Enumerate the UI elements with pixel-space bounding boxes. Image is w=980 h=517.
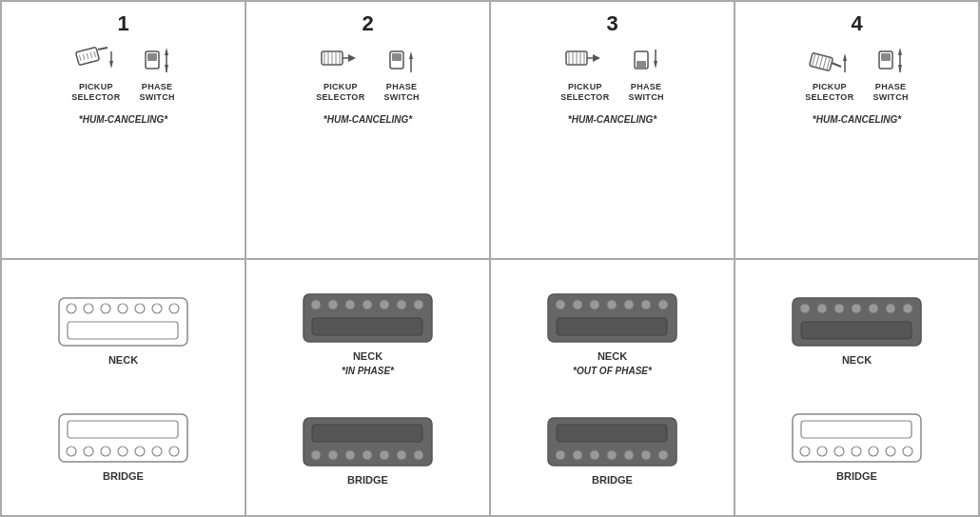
svg-rect-62 bbox=[68, 421, 178, 438]
svg-point-74 bbox=[363, 300, 372, 309]
svg-point-122 bbox=[886, 447, 895, 456]
svg-rect-116 bbox=[801, 421, 911, 438]
col-3-neck-phase: *OUT OF PHASE* bbox=[573, 366, 652, 376]
svg-marker-51 bbox=[898, 65, 902, 72]
cell-4-bottom: NECK BRIDGE bbox=[735, 259, 979, 517]
svg-point-107 bbox=[800, 304, 810, 313]
svg-point-54 bbox=[84, 304, 93, 313]
svg-point-72 bbox=[328, 300, 338, 309]
col-3-icons: PICKUPSELECTOR PHASESWITCH bbox=[560, 42, 664, 103]
svg-point-55 bbox=[101, 304, 110, 313]
svg-line-41 bbox=[815, 54, 819, 68]
svg-point-94 bbox=[641, 300, 651, 309]
svg-point-66 bbox=[118, 447, 127, 456]
cell-4-top: 4 PICKUPSELECTOR bbox=[735, 1, 979, 259]
col-4-bridge-wrapper: BRIDGE bbox=[788, 409, 926, 482]
col-3-pickup-label: PICKUPSELECTOR bbox=[560, 82, 609, 103]
col-2-neck-pickup bbox=[299, 289, 437, 347]
svg-point-99 bbox=[556, 450, 565, 460]
svg-point-57 bbox=[135, 304, 145, 313]
svg-point-76 bbox=[397, 300, 406, 309]
svg-rect-60 bbox=[68, 322, 178, 339]
col-3-neck-label: NECK bbox=[598, 350, 627, 362]
col-2-pickup-selector: PICKUPSELECTOR bbox=[316, 42, 364, 103]
col-2-number: 2 bbox=[362, 11, 373, 36]
svg-point-120 bbox=[852, 447, 861, 456]
col-3-phase-label: PHASESWITCH bbox=[628, 82, 663, 103]
svg-point-73 bbox=[345, 300, 355, 309]
svg-line-6 bbox=[94, 51, 96, 57]
col-4-hum: *HUM-CANCELING* bbox=[813, 114, 901, 125]
svg-point-110 bbox=[852, 304, 861, 313]
col-2-bridge-label: BRIDGE bbox=[347, 474, 388, 486]
col-3-neck-wrapper: NECK *OUT OF PHASE* bbox=[543, 289, 681, 376]
col-1-neck-wrapper: NECK bbox=[54, 293, 192, 366]
svg-point-113 bbox=[903, 304, 912, 313]
svg-marker-21 bbox=[348, 54, 356, 62]
svg-point-95 bbox=[658, 300, 668, 309]
pickup-selector-icon-3 bbox=[564, 42, 606, 78]
svg-rect-78 bbox=[312, 318, 422, 335]
col-4-pickup-label: PICKUPSELECTOR bbox=[805, 82, 853, 103]
svg-rect-96 bbox=[557, 318, 667, 335]
svg-line-2 bbox=[79, 55, 81, 61]
svg-rect-114 bbox=[801, 322, 911, 339]
col-1-hum: *HUM-CANCELING* bbox=[79, 114, 167, 125]
svg-point-67 bbox=[135, 447, 145, 456]
svg-point-108 bbox=[817, 304, 827, 313]
svg-point-101 bbox=[590, 450, 599, 460]
svg-line-42 bbox=[819, 55, 823, 69]
svg-point-109 bbox=[834, 304, 844, 313]
col-4-bridge-label: BRIDGE bbox=[836, 470, 877, 482]
col-3-bridge-wrapper: BRIDGE bbox=[543, 413, 681, 486]
svg-point-102 bbox=[607, 450, 617, 460]
svg-point-89 bbox=[556, 300, 565, 309]
svg-rect-23 bbox=[392, 53, 402, 61]
svg-marker-33 bbox=[593, 54, 600, 62]
svg-marker-13 bbox=[165, 65, 168, 72]
svg-point-77 bbox=[414, 300, 423, 309]
svg-point-119 bbox=[834, 447, 844, 456]
svg-point-69 bbox=[169, 447, 179, 456]
col-4-neck-wrapper: NECK bbox=[788, 293, 926, 366]
svg-point-68 bbox=[152, 447, 162, 456]
svg-marker-11 bbox=[165, 48, 168, 55]
svg-point-104 bbox=[641, 450, 651, 460]
svg-rect-48 bbox=[881, 53, 891, 61]
svg-line-43 bbox=[823, 56, 827, 70]
svg-point-90 bbox=[573, 300, 582, 309]
svg-rect-98 bbox=[557, 425, 667, 442]
svg-point-92 bbox=[607, 300, 617, 309]
svg-line-39 bbox=[832, 63, 841, 67]
col-3-pickup-selector: PICKUPSELECTOR bbox=[560, 42, 609, 103]
svg-marker-24 bbox=[409, 51, 413, 59]
col-1-pickup-selector: PICKUPSELECTOR bbox=[71, 42, 120, 103]
svg-point-111 bbox=[869, 304, 878, 313]
svg-point-75 bbox=[380, 300, 389, 309]
svg-point-103 bbox=[624, 450, 634, 460]
col-4-icons: PICKUPSELECTOR PHASESWITCH bbox=[805, 42, 909, 103]
col-1-phase-switch: PHASESWITCH bbox=[139, 42, 174, 103]
col-4-neck-label: NECK bbox=[842, 354, 872, 366]
phase-switch-icon-2 bbox=[386, 42, 417, 78]
col-2-neck-label: NECK bbox=[353, 350, 382, 362]
col-1-neck-pickup bbox=[54, 293, 192, 350]
svg-point-59 bbox=[169, 304, 179, 313]
col-2-phase-label: PHASESWITCH bbox=[383, 82, 419, 103]
col-2-hum: *HUM-CANCELING* bbox=[323, 114, 412, 125]
svg-rect-35 bbox=[637, 61, 646, 69]
col-1-bridge-wrapper: BRIDGE bbox=[54, 409, 192, 482]
svg-point-121 bbox=[869, 447, 878, 456]
svg-line-3 bbox=[83, 54, 85, 60]
cell-3-top: 3 PICKUPSELECTOR bbox=[490, 1, 735, 259]
col-1-pickup-label: PICKUPSELECTOR bbox=[71, 82, 120, 103]
svg-point-91 bbox=[590, 300, 599, 309]
svg-point-82 bbox=[328, 450, 338, 460]
col-4-phase-switch: PHASESWITCH bbox=[872, 42, 908, 103]
svg-point-84 bbox=[363, 450, 372, 460]
col-1-phase-label: PHASESWITCH bbox=[139, 82, 174, 103]
svg-line-1 bbox=[98, 48, 108, 50]
svg-point-56 bbox=[118, 304, 127, 313]
col-2-neck-phase: *IN PHASE* bbox=[342, 366, 394, 376]
svg-rect-10 bbox=[147, 53, 157, 61]
